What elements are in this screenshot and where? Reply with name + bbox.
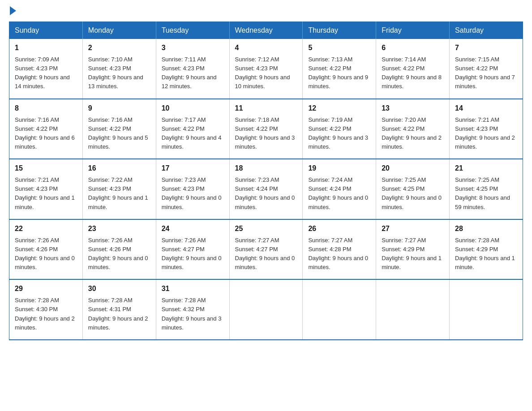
calendar-day-cell: 30Sunrise: 7:28 AMSunset: 4:31 PMDayligh… [82,279,156,340]
day-number: 20 [382,163,444,174]
calendar-day-cell: 20Sunrise: 7:25 AMSunset: 4:25 PMDayligh… [376,159,450,219]
page-header [9,9,523,14]
calendar-day-cell: 5Sunrise: 7:13 AMSunset: 4:22 PMDaylight… [303,39,376,99]
day-number: 22 [15,223,77,234]
calendar-day-cell [303,279,376,340]
day-info: Sunrise: 7:27 AMSunset: 4:29 PMDaylight:… [382,236,444,272]
calendar-day-cell: 18Sunrise: 7:23 AMSunset: 4:24 PMDayligh… [229,159,303,219]
day-info: Sunrise: 7:28 AMSunset: 4:31 PMDaylight:… [88,296,150,332]
calendar-day-cell: 2Sunrise: 7:10 AMSunset: 4:23 PMDaylight… [82,39,156,99]
day-info: Sunrise: 7:17 AMSunset: 4:22 PMDaylight:… [162,116,224,152]
day-number: 24 [162,223,224,234]
day-info: Sunrise: 7:25 AMSunset: 4:25 PMDaylight:… [382,176,444,212]
day-number: 17 [162,163,224,174]
weekday-header-tuesday: Tuesday [156,22,229,39]
day-info: Sunrise: 7:18 AMSunset: 4:22 PMDaylight:… [235,116,297,152]
calendar-day-cell: 10Sunrise: 7:17 AMSunset: 4:22 PMDayligh… [156,99,229,159]
calendar-day-cell: 23Sunrise: 7:26 AMSunset: 4:26 PMDayligh… [82,219,156,280]
day-info: Sunrise: 7:28 AMSunset: 4:29 PMDaylight:… [455,236,517,272]
calendar-day-cell: 29Sunrise: 7:28 AMSunset: 4:30 PMDayligh… [9,279,83,340]
day-number: 3 [162,43,224,53]
day-info: Sunrise: 7:16 AMSunset: 4:22 PMDaylight:… [15,116,77,152]
day-number: 8 [15,103,77,114]
calendar-day-cell: 3Sunrise: 7:11 AMSunset: 4:23 PMDaylight… [156,39,229,99]
day-info: Sunrise: 7:27 AMSunset: 4:27 PMDaylight:… [235,236,297,272]
day-info: Sunrise: 7:13 AMSunset: 4:22 PMDaylight:… [308,55,370,91]
calendar-week-row: 8Sunrise: 7:16 AMSunset: 4:22 PMDaylight… [9,99,523,159]
day-number: 7 [455,43,517,53]
day-info: Sunrise: 7:27 AMSunset: 4:28 PMDaylight:… [308,236,370,272]
calendar-day-cell [450,279,523,340]
calendar-day-cell: 24Sunrise: 7:26 AMSunset: 4:27 PMDayligh… [156,219,229,280]
calendar-day-cell [229,279,303,340]
day-info: Sunrise: 7:16 AMSunset: 4:22 PMDaylight:… [88,116,150,152]
day-number: 12 [308,103,370,114]
day-info: Sunrise: 7:23 AMSunset: 4:23 PMDaylight:… [162,176,224,212]
day-number: 25 [235,223,297,234]
day-number: 15 [15,163,77,174]
day-info: Sunrise: 7:24 AMSunset: 4:24 PMDaylight:… [308,176,370,212]
calendar-day-cell: 16Sunrise: 7:22 AMSunset: 4:23 PMDayligh… [82,159,156,219]
day-number: 27 [382,223,444,234]
calendar-day-cell: 19Sunrise: 7:24 AMSunset: 4:24 PMDayligh… [303,159,376,219]
calendar-day-cell: 1Sunrise: 7:09 AMSunset: 4:23 PMDaylight… [9,39,83,99]
calendar-day-cell: 26Sunrise: 7:27 AMSunset: 4:28 PMDayligh… [303,219,376,280]
day-info: Sunrise: 7:26 AMSunset: 4:26 PMDaylight:… [15,236,77,272]
day-info: Sunrise: 7:11 AMSunset: 4:23 PMDaylight:… [162,55,224,91]
day-number: 26 [308,223,370,234]
day-info: Sunrise: 7:28 AMSunset: 4:32 PMDaylight:… [162,296,224,332]
calendar-day-cell: 21Sunrise: 7:25 AMSunset: 4:25 PMDayligh… [450,159,523,219]
day-number: 13 [382,103,444,114]
day-number: 23 [88,223,150,234]
day-info: Sunrise: 7:14 AMSunset: 4:22 PMDaylight:… [382,55,444,91]
weekday-header-sunday: Sunday [9,22,83,39]
logo [9,9,17,14]
day-info: Sunrise: 7:25 AMSunset: 4:25 PMDaylight:… [455,176,517,212]
day-number: 19 [308,163,370,174]
weekday-header-monday: Monday [82,22,156,39]
calendar-week-row: 22Sunrise: 7:26 AMSunset: 4:26 PMDayligh… [9,219,523,280]
weekday-header-wednesday: Wednesday [229,22,303,39]
day-number: 14 [455,103,517,114]
day-info: Sunrise: 7:20 AMSunset: 4:22 PMDaylight:… [382,116,444,152]
weekday-header-thursday: Thursday [303,22,376,39]
logo-triangle-icon [10,6,16,15]
day-info: Sunrise: 7:19 AMSunset: 4:22 PMDaylight:… [308,116,370,152]
day-info: Sunrise: 7:28 AMSunset: 4:30 PMDaylight:… [15,296,77,332]
day-info: Sunrise: 7:21 AMSunset: 4:23 PMDaylight:… [15,176,77,212]
calendar-day-cell: 4Sunrise: 7:12 AMSunset: 4:23 PMDaylight… [229,39,303,99]
weekday-header-saturday: Saturday [450,22,523,39]
day-info: Sunrise: 7:09 AMSunset: 4:23 PMDaylight:… [15,55,77,91]
day-info: Sunrise: 7:26 AMSunset: 4:26 PMDaylight:… [88,236,150,272]
day-info: Sunrise: 7:12 AMSunset: 4:23 PMDaylight:… [235,55,297,91]
calendar-day-cell: 6Sunrise: 7:14 AMSunset: 4:22 PMDaylight… [376,39,450,99]
calendar-day-cell: 22Sunrise: 7:26 AMSunset: 4:26 PMDayligh… [9,219,83,280]
calendar-day-cell: 11Sunrise: 7:18 AMSunset: 4:22 PMDayligh… [229,99,303,159]
day-info: Sunrise: 7:21 AMSunset: 4:23 PMDaylight:… [455,116,517,152]
calendar-week-row: 29Sunrise: 7:28 AMSunset: 4:30 PMDayligh… [9,279,523,340]
calendar-day-cell: 8Sunrise: 7:16 AMSunset: 4:22 PMDaylight… [9,99,83,159]
calendar-day-cell: 7Sunrise: 7:15 AMSunset: 4:22 PMDaylight… [450,39,523,99]
calendar-day-cell: 14Sunrise: 7:21 AMSunset: 4:23 PMDayligh… [450,99,523,159]
day-info: Sunrise: 7:26 AMSunset: 4:27 PMDaylight:… [162,236,224,272]
day-number: 9 [88,103,150,114]
calendar-day-cell: 25Sunrise: 7:27 AMSunset: 4:27 PMDayligh… [229,219,303,280]
calendar-day-cell: 27Sunrise: 7:27 AMSunset: 4:29 PMDayligh… [376,219,450,280]
calendar-day-cell: 13Sunrise: 7:20 AMSunset: 4:22 PMDayligh… [376,99,450,159]
day-number: 2 [88,43,150,53]
day-number: 10 [162,103,224,114]
day-number: 4 [235,43,297,53]
day-number: 18 [235,163,297,174]
calendar-day-cell [376,279,450,340]
day-number: 31 [162,283,224,294]
day-number: 1 [15,43,77,53]
calendar-table: SundayMondayTuesdayWednesdayThursdayFrid… [9,21,523,340]
day-info: Sunrise: 7:15 AMSunset: 4:22 PMDaylight:… [455,55,517,91]
day-number: 6 [382,43,444,53]
calendar-day-cell: 12Sunrise: 7:19 AMSunset: 4:22 PMDayligh… [303,99,376,159]
day-number: 28 [455,223,517,234]
calendar-day-cell: 15Sunrise: 7:21 AMSunset: 4:23 PMDayligh… [9,159,83,219]
calendar-day-cell: 28Sunrise: 7:28 AMSunset: 4:29 PMDayligh… [450,219,523,280]
day-info: Sunrise: 7:22 AMSunset: 4:23 PMDaylight:… [88,176,150,212]
day-info: Sunrise: 7:23 AMSunset: 4:24 PMDaylight:… [235,176,297,212]
